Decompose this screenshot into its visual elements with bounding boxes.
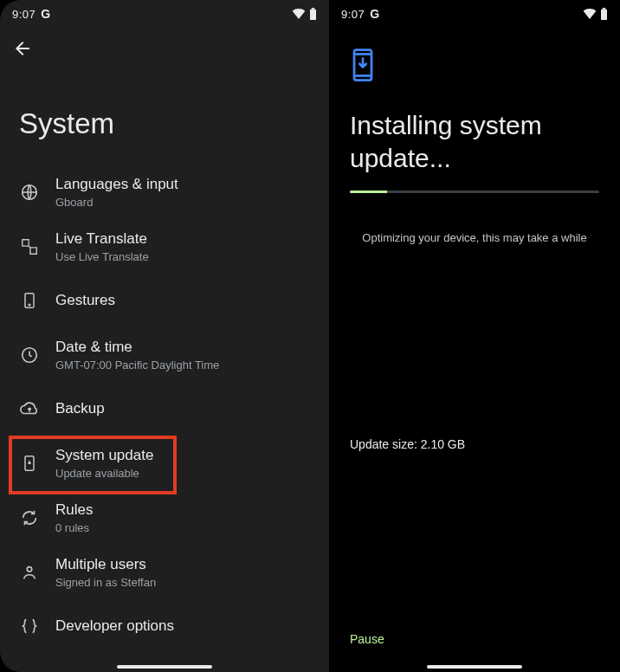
- gesture-handle[interactable]: [427, 665, 522, 669]
- svg-rect-9: [603, 8, 606, 10]
- settings-system-screen: 9:07 G System Languages & input Gboard: [0, 0, 329, 672]
- system-update-screen: 9:07 G Installing system update... Optim…: [329, 0, 620, 672]
- progress-bar: [350, 191, 599, 193]
- google-g-icon: G: [41, 7, 50, 21]
- item-title: Gestures: [55, 291, 115, 310]
- optimizing-text: Optimizing your device, this may take a …: [329, 231, 620, 244]
- svg-text:文: 文: [24, 239, 29, 245]
- google-g-icon: G: [370, 7, 379, 21]
- cloud-upload-icon: [19, 398, 40, 419]
- item-title: Backup: [55, 399, 105, 418]
- sync-icon: [19, 507, 40, 528]
- status-time: 9:07: [341, 8, 365, 21]
- back-button[interactable]: [12, 38, 33, 59]
- braces-icon: [19, 616, 40, 636]
- svg-rect-0: [312, 8, 315, 10]
- statusbar: 9:07 G: [329, 0, 620, 24]
- svg-point-5: [29, 304, 30, 306]
- svg-rect-1: [310, 10, 316, 20]
- item-title: Developer options: [55, 617, 174, 636]
- item-title: Languages & input: [55, 175, 178, 194]
- svg-point-8: [27, 566, 32, 572]
- settings-item-gestures[interactable]: Gestures: [0, 274, 329, 327]
- svg-rect-10: [601, 10, 607, 20]
- phone-download-icon: [19, 453, 40, 474]
- person-icon: [19, 562, 40, 583]
- page-title: System: [0, 66, 329, 161]
- item-subtitle: GMT-07:00 Pacific Daylight Time: [55, 359, 219, 372]
- settings-item-date-time[interactable]: Date & time GMT-07:00 Pacific Daylight T…: [0, 327, 329, 382]
- status-time: 9:07: [12, 8, 36, 21]
- item-subtitle: Gboard: [55, 196, 178, 209]
- settings-item-system-update[interactable]: System update Update available: [0, 436, 329, 490]
- translate-icon: 文: [19, 236, 40, 257]
- item-title: Live Translate: [55, 229, 149, 249]
- battery-icon: [600, 8, 608, 20]
- settings-item-multiple-users[interactable]: Multiple users Signed in as Steffan: [0, 545, 329, 599]
- settings-item-backup[interactable]: Backup: [0, 382, 329, 436]
- wifi-icon: [583, 9, 597, 19]
- settings-list: Languages & input Gboard 文 Live Translat…: [0, 161, 329, 656]
- settings-item-rules[interactable]: Rules 0 rules: [0, 490, 329, 545]
- statusbar: 9:07 G: [0, 0, 329, 24]
- progress-fill: [350, 191, 387, 193]
- pause-button[interactable]: Pause: [350, 632, 384, 646]
- gestures-icon: [19, 290, 40, 311]
- wifi-icon: [292, 9, 306, 19]
- item-subtitle: Use Live Translate: [55, 250, 149, 263]
- settings-item-languages-input[interactable]: Languages & input Gboard: [0, 165, 329, 219]
- item-title: Rules: [55, 501, 93, 520]
- globe-icon: [19, 182, 40, 203]
- item-subtitle: Signed in as Steffan: [55, 576, 156, 589]
- update-size-label: Update size: 2.10 GB: [350, 437, 465, 451]
- item-title: Date & time: [55, 338, 219, 357]
- phone-download-large-icon: [350, 48, 620, 85]
- clock-icon: [19, 345, 40, 365]
- settings-item-live-translate[interactable]: 文 Live Translate Use Live Translate: [0, 219, 329, 274]
- item-title: Multiple users: [55, 555, 156, 574]
- battery-icon: [309, 8, 317, 20]
- item-subtitle: Update available: [55, 467, 153, 480]
- settings-item-developer-options[interactable]: Developer options: [0, 599, 329, 653]
- installing-title: Installing system update...: [329, 85, 620, 175]
- item-title: System update: [55, 446, 153, 465]
- gesture-handle[interactable]: [117, 665, 212, 669]
- item-subtitle: 0 rules: [55, 521, 93, 534]
